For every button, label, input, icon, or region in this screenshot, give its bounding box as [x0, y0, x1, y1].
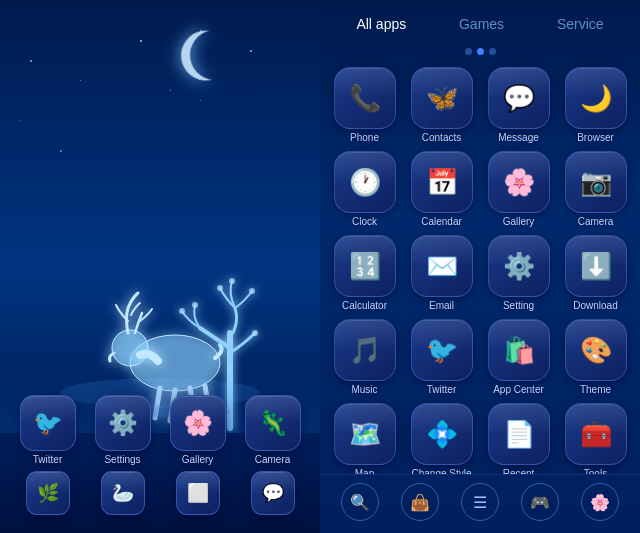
plant-icon-sm: 🌿: [26, 471, 70, 515]
music-grid-label: Music: [351, 384, 377, 395]
grid-item-changestyle[interactable]: 💠 Change Style: [407, 403, 476, 474]
svg-point-10: [249, 288, 255, 294]
receipt-grid-icon: 📄: [488, 403, 550, 465]
map-grid-icon: 🗺️: [334, 403, 396, 465]
tabs-bar: All appsGamesService: [320, 0, 640, 44]
svg-point-9: [229, 278, 235, 284]
tab-games[interactable]: Games: [451, 12, 512, 36]
grid-item-music[interactable]: 🎵 Music: [330, 319, 399, 395]
grid-item-setting[interactable]: ⚙️ Setting: [484, 235, 553, 311]
clock-grid-label: Clock: [352, 216, 377, 227]
page-dot-1[interactable]: [477, 48, 484, 55]
grid-item-email[interactable]: ✉️ Email: [407, 235, 476, 311]
svg-point-12: [252, 330, 258, 336]
theme-grid-label: Theme: [580, 384, 611, 395]
grid-item-gallery[interactable]: 🌸 Gallery: [484, 151, 553, 227]
browser-grid-icon: 🌙: [565, 67, 627, 129]
theme-grid-icon: 🎨: [565, 319, 627, 381]
message-grid-label: Message: [498, 132, 539, 143]
page-dots: [320, 44, 640, 59]
grid-item-twitter[interactable]: 🐦 Twitter: [407, 319, 476, 395]
changestyle-grid-icon: 💠: [411, 403, 473, 465]
message-grid-icon: 💬: [488, 67, 550, 129]
phone-grid-icon: 📞: [334, 67, 396, 129]
twitter-grid-icon: 🐦: [411, 319, 473, 381]
page-dot-0[interactable]: [465, 48, 472, 55]
calculator-grid-label: Calculator: [342, 300, 387, 311]
left-panel: 🐦 Twitter ⚙️ Settings 🌸 Gallery 🦎 Camera…: [0, 0, 320, 533]
appcenter-grid-label: App Center: [493, 384, 544, 395]
nav-btn-menu[interactable]: ☰: [461, 483, 499, 521]
contacts-grid-label: Contacts: [422, 132, 461, 143]
email-grid-icon: ✉️: [411, 235, 473, 297]
moon: [190, 30, 240, 80]
nav-btn-store[interactable]: 👜: [401, 483, 439, 521]
tab-all-apps[interactable]: All apps: [348, 12, 414, 36]
dock-bottom-bird[interactable]: 🦢: [101, 471, 145, 515]
setting-grid-label: Setting: [503, 300, 534, 311]
menu-nav-icon: ☰: [473, 493, 487, 512]
app-grid: 📞 Phone 🦋 Contacts 💬 Message 🌙 Browser 🕐…: [320, 59, 640, 474]
phone-grid-label: Phone: [350, 132, 379, 143]
more-nav-icon: 🌸: [590, 493, 610, 512]
camera-grid-label: Camera: [578, 216, 614, 227]
store-nav-icon: 👜: [410, 493, 430, 512]
message2-icon-sm: 💬: [251, 471, 295, 515]
camera-label: Camera: [255, 454, 291, 465]
grid-item-receipt[interactable]: 📄 Recept: [484, 403, 553, 474]
grid-item-appcenter[interactable]: 🛍️ App Center: [484, 319, 553, 395]
gallery-icon: 🌸: [170, 395, 226, 451]
dock-row-1: 🐦 Twitter ⚙️ Settings 🌸 Gallery 🦎 Camera: [10, 395, 310, 465]
download-grid-label: Download: [573, 300, 617, 311]
dock-item-gallery[interactable]: 🌸 Gallery: [170, 395, 226, 465]
grid-item-phone[interactable]: 📞 Phone: [330, 67, 399, 143]
gallery-grid-label: Gallery: [503, 216, 535, 227]
grid-item-camera[interactable]: 📷 Camera: [561, 151, 630, 227]
email-grid-label: Email: [429, 300, 454, 311]
grid-item-clock[interactable]: 🕐 Clock: [330, 151, 399, 227]
settings-icon: ⚙️: [95, 395, 151, 451]
dock-item-camera[interactable]: 🦎 Camera: [245, 395, 301, 465]
grid-item-message[interactable]: 💬 Message: [484, 67, 553, 143]
nav-btn-search[interactable]: 🔍: [341, 483, 379, 521]
grid-item-theme[interactable]: 🎨 Theme: [561, 319, 630, 395]
nav-btn-more[interactable]: 🌸: [581, 483, 619, 521]
svg-point-11: [217, 285, 223, 291]
browser-grid-label: Browser: [577, 132, 614, 143]
dock-item-settings[interactable]: ⚙️ Settings: [95, 395, 151, 465]
grid-item-download[interactable]: ⬇️ Download: [561, 235, 630, 311]
grid-item-tools[interactable]: 🧰 Tools: [561, 403, 630, 474]
camera-icon: 🦎: [245, 395, 301, 451]
appcenter-grid-icon: 🛍️: [488, 319, 550, 381]
grid-item-map[interactable]: 🗺️ Map: [330, 403, 399, 474]
bird-icon-sm: 🦢: [101, 471, 145, 515]
calendar-grid-icon: 📅: [411, 151, 473, 213]
right-panel: All appsGamesService 📞 Phone 🦋 Contacts …: [320, 0, 640, 533]
tools-grid-icon: 🧰: [565, 403, 627, 465]
dock-row-2: 🌿 🦢 ⬜ 💬: [10, 471, 310, 515]
tab-service[interactable]: Service: [549, 12, 612, 36]
calculator-grid-icon: 🔢: [334, 235, 396, 297]
twitter-grid-label: Twitter: [427, 384, 456, 395]
twitter-icon: 🐦: [20, 395, 76, 451]
page-dot-2[interactable]: [489, 48, 496, 55]
download-grid-icon: ⬇️: [565, 235, 627, 297]
dock-bottom-message2[interactable]: 💬: [251, 471, 295, 515]
dots-icon-sm: ⬜: [176, 471, 220, 515]
nav-btn-games-nav[interactable]: 🎮: [521, 483, 559, 521]
grid-item-contacts[interactable]: 🦋 Contacts: [407, 67, 476, 143]
dock-item-twitter[interactable]: 🐦 Twitter: [20, 395, 76, 465]
gallery-label: Gallery: [182, 454, 214, 465]
dock-bottom-plant[interactable]: 🌿: [26, 471, 70, 515]
bottom-nav: 🔍👜☰🎮🌸: [320, 474, 640, 533]
svg-point-8: [192, 302, 198, 308]
grid-item-browser[interactable]: 🌙 Browser: [561, 67, 630, 143]
grid-item-calculator[interactable]: 🔢 Calculator: [330, 235, 399, 311]
grid-item-calendar[interactable]: 📅 Calendar: [407, 151, 476, 227]
search-nav-icon: 🔍: [350, 493, 370, 512]
settings-label: Settings: [104, 454, 140, 465]
camera-grid-icon: 📷: [565, 151, 627, 213]
setting-grid-icon: ⚙️: [488, 235, 550, 297]
dock-bottom-dots[interactable]: ⬜: [176, 471, 220, 515]
twitter-label: Twitter: [33, 454, 62, 465]
